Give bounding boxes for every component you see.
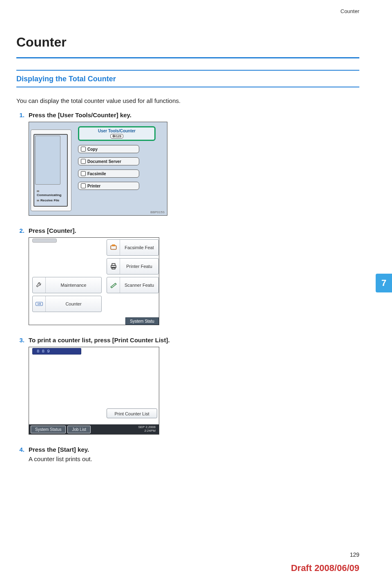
user-tools-counter-key[interactable]: User Tools/Counter ⚙/123: [78, 126, 156, 141]
maintenance-button[interactable]: Maintenance: [32, 277, 102, 293]
document-server-key[interactable]: Document Server: [78, 157, 139, 165]
user-tools-counter-label: User Tools/Counter: [98, 129, 136, 133]
figure-control-panel: Communicating Receive File User Tools/Co…: [29, 122, 167, 216]
svg-rect-3: [112, 263, 115, 265]
copy-key[interactable]: Copy: [78, 145, 139, 153]
status-receive-file-label: Receive File: [40, 199, 59, 202]
step-text: To print a counter list, press [Print Co…: [29, 337, 170, 344]
section-rule-bottom: [16, 87, 359, 87]
device-bezel: Communicating Receive File: [31, 129, 71, 211]
status-communicating-label: Communicating: [37, 193, 61, 197]
chapter-tab: 7: [376, 274, 392, 292]
job-list-tab[interactable]: Job List: [67, 426, 90, 433]
figure-print-counter: 889 Print Counter List System Status Job…: [29, 347, 159, 435]
gear-counter-icon: ⚙/123: [110, 134, 124, 138]
figure-reference: BBP015S: [150, 210, 165, 214]
system-status-bar[interactable]: System Statu: [125, 317, 159, 325]
step-text: Press [Counter].: [29, 227, 76, 234]
printer-icon: [81, 183, 86, 188]
screen-area: [35, 136, 60, 185]
document-server-label: Document Server: [87, 159, 121, 164]
facsimile-features-label: Facsimile Feat: [120, 245, 158, 250]
intro-text: You can display the total counter value …: [16, 97, 359, 104]
scanner-icon: [107, 277, 120, 293]
scanner-features-label: Scanner Featu: [120, 283, 158, 288]
page-title: Counter: [16, 35, 359, 50]
bottom-bar: System Status Job List SEP 2,2008 2:24PM: [29, 424, 159, 434]
step-number: 2.: [16, 227, 24, 234]
maintenance-label: Maintenance: [46, 283, 101, 288]
printer-icon: [107, 259, 120, 274]
status-communicating: Communicating: [37, 189, 64, 197]
facsimile-icon: [81, 171, 86, 176]
status-receive-file: Receive File: [37, 199, 64, 203]
step-number: 3.: [16, 337, 24, 344]
document-server-icon: [81, 159, 86, 164]
step-subtext: A counter list prints out.: [29, 455, 359, 462]
facsimile-label: Facsimile: [87, 172, 106, 176]
clipped-tile: [32, 239, 57, 243]
counter-label: Counter: [46, 301, 101, 306]
print-counter-list-button[interactable]: Print Counter List: [107, 408, 157, 418]
title-rule: [16, 57, 359, 58]
printer-key[interactable]: Printer: [78, 182, 139, 190]
counter-button[interactable]: 123 Counter: [32, 296, 102, 312]
scanner-features-button[interactable]: Scanner Featu: [107, 277, 159, 293]
system-status-tab[interactable]: System Status: [31, 426, 66, 433]
step-number: 4.: [16, 446, 24, 453]
step-text: Press the [User Tools/Counter] key.: [29, 112, 131, 118]
facsimile-icon: [107, 240, 120, 255]
copy-icon: [81, 147, 86, 152]
draft-stamp: Draft 2008/06/09: [291, 563, 359, 573]
facsimile-key[interactable]: Facsimile: [78, 170, 139, 178]
printer-features-button[interactable]: Printer Featu: [107, 258, 159, 274]
clock-date: SEP 2,2008: [138, 425, 156, 429]
section-rule-top: [16, 70, 359, 71]
clock-display: SEP 2,2008 2:24PM: [138, 426, 156, 433]
printer-features-label: Printer Featu: [120, 264, 158, 269]
running-header: Counter: [16, 8, 359, 14]
step-text: Press the [Start] key.: [29, 446, 89, 453]
copy-label: Copy: [87, 147, 98, 152]
printer-label: Printer: [87, 184, 100, 188]
section-heading: Displaying the Total Counter: [16, 75, 359, 83]
svg-rect-1: [112, 245, 115, 247]
counter-display: 889: [32, 348, 81, 355]
svg-text:123: 123: [37, 303, 41, 305]
wrench-icon: [33, 277, 46, 293]
counter-icon: 123: [33, 296, 46, 312]
page-number: 129: [350, 551, 359, 558]
clock-time: 2:24PM: [144, 429, 156, 433]
figure-touch-menu: Facsimile Feat Printer Featu Scanner Fea…: [29, 237, 159, 325]
step-number: 1.: [16, 112, 24, 118]
counter-value: 889: [33, 349, 52, 354]
facsimile-features-button[interactable]: Facsimile Feat: [107, 239, 159, 256]
